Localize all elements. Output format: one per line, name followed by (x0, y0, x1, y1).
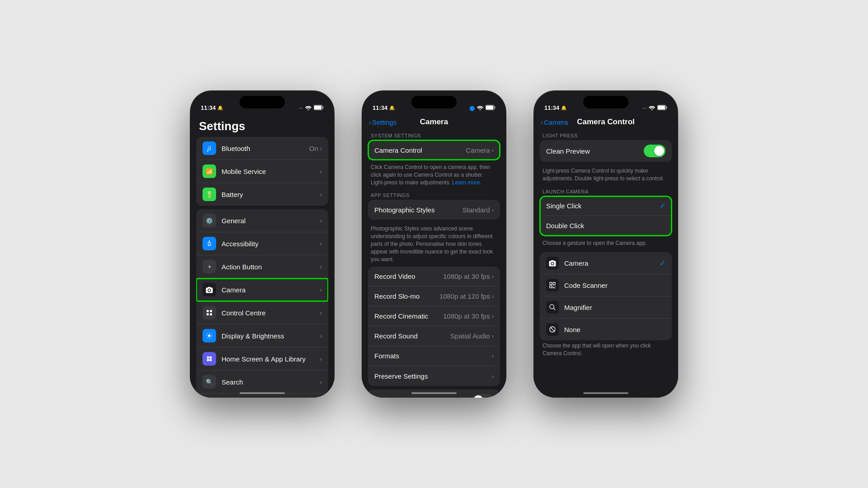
row-siri[interactable]: Siri › (196, 394, 328, 398)
svg-rect-7 (210, 310, 212, 312)
record-sound-label: Record Sound (374, 332, 450, 340)
back-button-3[interactable]: ‹ Camera (541, 118, 568, 126)
svg-rect-6 (207, 310, 209, 312)
clean-preview-toggle[interactable] (644, 145, 665, 157)
camera-label: Camera (222, 286, 320, 294)
status-time-1: 11:34 🔔 (201, 104, 223, 111)
svg-point-21 (651, 109, 652, 110)
preserve-chevron: › (492, 373, 494, 380)
row-display[interactable]: Display & Brightness › (196, 324, 328, 347)
status-icons-2: ⬤ (469, 105, 495, 111)
bt-dot-3: ··· (642, 105, 646, 111)
row-app-magnifier[interactable]: Magnifier (540, 296, 672, 319)
battery-icon-2 (486, 105, 495, 111)
phones-container: 11:34 🔔 ··· Settings 𝛽 B (190, 90, 678, 398)
camera-nav-title: Camera (420, 117, 448, 127)
search-label: Search (222, 378, 320, 386)
row-app-none[interactable]: None (540, 319, 672, 340)
row-control-centre[interactable]: Control Centre › (196, 301, 328, 324)
search-icon: 🔍 (203, 375, 216, 389)
home-indicator-1 (240, 392, 285, 394)
back-button-2[interactable]: ‹ Settings (369, 118, 396, 126)
search-chevron: › (320, 379, 322, 385)
row-preserve-settings[interactable]: Preserve Settings › (368, 366, 500, 386)
row-photo-styles[interactable]: Photographic Styles Standard › (368, 200, 500, 220)
accessibility-chevron: › (320, 240, 322, 247)
group-connectivity: 𝛽 Bluetooth On › 📶 Mobile Service › 🔋 Ba… (196, 137, 328, 206)
action-button-icon: ＋ (203, 260, 216, 273)
svg-rect-3 (314, 106, 321, 109)
light-press-desc: Light-press Camera Control to quickly ma… (533, 165, 678, 186)
content-2[interactable]: ‹ Settings Camera SYSTEM SETTINGS Camera… (362, 114, 506, 398)
row-action-button[interactable]: ＋ Action Button › (196, 255, 328, 278)
light-press-header: LIGHT PRESS (533, 130, 678, 140)
phone-2: 11:34 🔔 ⬤ ‹ Settings C (362, 90, 506, 398)
svg-rect-12 (210, 357, 212, 359)
battery-row-icon: 🔋 (203, 188, 216, 201)
camera-chevron: › (320, 286, 322, 293)
camera-app-icon (546, 257, 559, 269)
group-system: ⚙️ General › Accessibility › ＋ Action Bu… (196, 209, 328, 398)
row-accessibility[interactable]: Accessibility › (196, 232, 328, 255)
record-cinematic-value: 1080p at 30 fps (443, 312, 490, 320)
magnifier-label: Magnifier (564, 304, 665, 311)
app-selection-group: Camera ✓ Code Scanner Magnifier (540, 252, 672, 340)
photo-styles-label: Photographic Styles (374, 206, 462, 214)
svg-rect-19 (495, 107, 495, 109)
none-label: None (564, 326, 665, 333)
settings-title: Settings (190, 114, 335, 137)
row-home-screen[interactable]: Home Screen & App Library › (196, 347, 328, 371)
system-settings-header: SYSTEM SETTINGS (362, 130, 506, 140)
row-general[interactable]: ⚙️ General › (196, 209, 328, 232)
row-single-click[interactable]: Single Click ✓ (540, 196, 672, 216)
row-record-sound[interactable]: Record Sound Spatial Audio › (368, 326, 500, 346)
row-camera-control[interactable]: Camera Control Camera › (368, 140, 500, 160)
formats-label: Formats (374, 352, 492, 360)
svg-line-32 (550, 328, 554, 332)
app-desc: Choose the app that will open when you c… (533, 340, 678, 361)
general-chevron: › (320, 217, 322, 224)
row-camera[interactable]: Camera › (196, 278, 328, 301)
bt-dot-2: ⬤ (469, 105, 475, 111)
code-scanner-icon (546, 279, 559, 291)
row-clean-preview[interactable]: Clean Preview (540, 140, 672, 162)
svg-rect-11 (207, 357, 209, 359)
clean-preview-group: Clean Preview (540, 140, 672, 162)
display-icon (203, 329, 216, 343)
row-mobile[interactable]: 📶 Mobile Service › (196, 160, 328, 183)
content-1[interactable]: Settings 𝛽 Bluetooth On › 📶 Mobile Servi… (190, 114, 335, 398)
row-double-click[interactable]: Double Click (540, 216, 672, 236)
svg-rect-28 (550, 286, 552, 288)
row-app-code-scanner[interactable]: Code Scanner (540, 274, 672, 296)
svg-rect-13 (207, 359, 209, 361)
photo-desc: Photographic Styles uses advanced scene … (362, 223, 506, 267)
battery-icon-1 (314, 105, 324, 111)
home-indicator-2 (411, 392, 457, 394)
row-record-video[interactable]: Record Video 1080p at 30 fps › (368, 267, 500, 286)
row-app-camera[interactable]: Camera ✓ (540, 252, 672, 274)
action-button-label: Action Button (222, 263, 320, 271)
phone-3: 11:34 🔔 ··· ‹ Camera C (533, 90, 678, 398)
row-bluetooth[interactable]: 𝛽 Bluetooth On › (196, 137, 328, 160)
status-time-2: 11:34 🔔 (373, 104, 395, 111)
svg-rect-8 (207, 313, 209, 315)
svg-rect-24 (658, 106, 665, 109)
single-click-label: Single Click (546, 202, 660, 210)
control-centre-icon (203, 306, 216, 319)
camera-control-chevron: › (492, 147, 494, 154)
content-3[interactable]: ‹ Camera Camera Control LIGHT PRESS Clea… (533, 114, 678, 398)
mobile-icon: 📶 (203, 164, 216, 178)
row-battery[interactable]: 🔋 Battery › (196, 183, 328, 206)
photo-styles-value: Standard (462, 206, 490, 214)
clean-preview-label: Clean Preview (546, 147, 644, 155)
row-formats[interactable]: Formats › (368, 346, 500, 366)
row-record-cinematic[interactable]: Record Cinematic 1080p at 30 fps › (368, 306, 500, 326)
row-record-slo-mo[interactable]: Record Slo-mo 1080p at 120 fps › (368, 286, 500, 306)
row-search[interactable]: 🔍 Search › (196, 371, 328, 394)
record-video-chevron: › (492, 273, 494, 280)
wifi-icon-1 (305, 105, 311, 111)
volume-burst-toggle[interactable] (472, 394, 494, 398)
svg-rect-27 (553, 282, 555, 285)
gesture-section: Single Click ✓ Double Click (540, 196, 672, 236)
status-icons-3: ··· (642, 105, 667, 111)
